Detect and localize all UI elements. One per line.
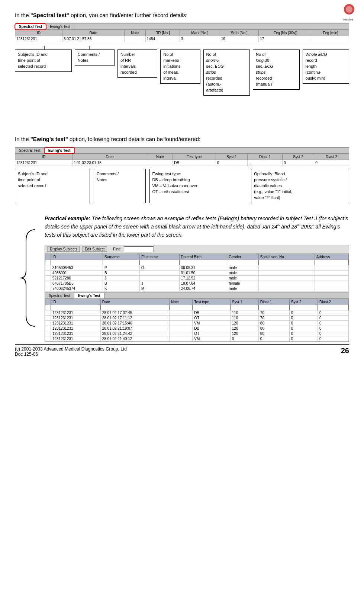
th-arrow (45, 254, 51, 260)
td-mark: 3 (180, 36, 220, 42)
logo: heartline (338, 4, 357, 22)
spectral-table-wrapper: Spectral Test Ewing's Test ID Date Note … (15, 23, 349, 42)
th-note: Note (124, 30, 145, 36)
footer-page-number: 26 (341, 346, 349, 357)
svg-point-1 (346, 6, 352, 13)
practical-label: Practical example: (45, 215, 90, 221)
table-row[interactable]: 4988001 B 01.01.50 male (45, 270, 349, 275)
anno-ewing-notes: Comments /Notes (94, 169, 146, 203)
th-firstname: Firstname (139, 254, 179, 260)
edit-subject-button[interactable]: Edit Subject (82, 246, 107, 252)
etd-type: DB (173, 160, 216, 166)
subjects-tbody: ▶ 1231231231 Test J 23.04.62 male 123123… (45, 260, 349, 291)
th-sub-id: ID (51, 254, 103, 260)
footer-left: (c) 2001-2003 Advanced Medical Diagnosti… (15, 346, 127, 357)
ewing-data-table: ID Date Note Test type Syst.1 Diast.1 Sy… (15, 154, 349, 166)
th-dob: Date of Birth (179, 254, 227, 260)
etd-date: 4.01.02 23:01:15 (72, 160, 147, 166)
eth-note: Note (147, 154, 173, 160)
spectral-tab-active[interactable]: Spectral Test (15, 24, 46, 29)
th-gender: Gender (227, 254, 258, 260)
anno-short-ecg: No ofshort 6-sec. ECGstripsrecorded(auto… (203, 49, 250, 96)
anno-ewing-testtype: Ewing test type: DB – deep breathing VM … (149, 169, 248, 203)
anno-subject-id: Subject's ID andtime point ofselected re… (15, 49, 72, 72)
table-row[interactable]: 3105005453 P O 06.05.31 male (45, 265, 349, 270)
sub-tabs: Spectral Test Ewing's Test (45, 292, 349, 299)
etd-id: 1231231231 (15, 160, 73, 166)
find-label: Find: (113, 247, 121, 251)
spectral-title: In the "Spectral test" option, you can f… (15, 11, 349, 19)
anno-whole-ecg: Whole ECGrecordlength(continu-ously; min… (303, 49, 349, 84)
table-row[interactable]: 1231231231 28.01.02 21:19:07 DB 120 80 0… (45, 326, 349, 331)
table-row[interactable]: 74006245374 K M 24.06.74 male (45, 286, 349, 291)
spectral-section: In the "Spectral test" option, you can f… (15, 11, 349, 120)
ewing-anno-row: Subject's ID andtime point ofselected re… (15, 169, 349, 203)
table-row[interactable]: ▶ 1231231231 Test J 23.04.62 male 123123 (45, 260, 349, 265)
anno-markers: No ofmarkers/initiationsof meas.interval (160, 49, 200, 84)
table-row[interactable]: 1231231231 28.01.02 17:07:45 DB 110 70 0… (45, 310, 349, 315)
screenshot: Display Subjects Edit Subject Find: ID S… (45, 245, 349, 342)
footer-docnum: Doc 125-06 (15, 352, 127, 357)
find-input[interactable] (124, 246, 154, 252)
th-ecgmin: Ecg [min] (312, 30, 349, 36)
ewing-section: In the "Ewing's test" option, following … (15, 135, 349, 203)
eth-date: Date (72, 154, 147, 160)
spectral-title-bold: "Spectral test" (30, 12, 69, 18)
ewing-title: In the "Ewing's test" option, following … (15, 135, 349, 143)
bracket-svg (19, 226, 41, 330)
practical-text-area: Practical example: The following screen … (45, 214, 349, 342)
etd-s1: 0 (216, 160, 247, 166)
table-row[interactable]: 1231231231 28.01.02 17:15:46 VM 120 80 0… (45, 320, 349, 326)
th-mark: Mark [No.] (180, 30, 220, 36)
th-rr: RR [No.] (145, 30, 180, 36)
anno-ewing-subj: Subject's ID andtime point ofselected re… (15, 169, 90, 203)
page: heartline In the "Spectral test" option,… (0, 0, 364, 364)
table-row[interactable]: 64671705B5 B J 18.07.64 female (45, 281, 349, 286)
ewing-tab-spectral[interactable]: Spectral Test (15, 148, 45, 153)
etd-note (147, 160, 173, 166)
eth-type: Test type (173, 154, 216, 160)
sub-tab-ewing[interactable]: Ewing's Test (74, 293, 104, 298)
practical-text: Practical example: The following screen … (45, 214, 349, 239)
ewing-sub-tbody: ▶ 1231231231 24.01.02 23:01:15 DB 0 0 0 … (45, 305, 349, 341)
screenshot-toolbar: Display Subjects Edit Subject Find: (45, 245, 349, 254)
th-address: Address (315, 254, 348, 260)
th-strip: Strip [No.] (220, 30, 258, 36)
etd-s2: 0 (282, 160, 314, 166)
td-ecgmin (312, 36, 349, 42)
eth-id: ID (15, 154, 73, 160)
spectral-data-table: ID Date Note RR [No.] Mark [No.] Strip [… (15, 30, 349, 42)
display-subjects-button[interactable]: Display Subjects (47, 246, 80, 252)
anno-long-ecg: No oflong 30-sec. ECGstripsrecorded(manu… (253, 49, 299, 90)
th-social: Social sec. No. (258, 254, 315, 260)
table-row[interactable]: 521217280 J 17.12.52 male (45, 275, 349, 281)
th-date: Date (62, 30, 125, 36)
table-row[interactable]: ▶ 1231231231 24.01.02 23:01:15 DB 0 0 0 … (45, 305, 349, 310)
sub-tab-spectral[interactable]: Spectral Test (45, 293, 74, 298)
th-surname: Surname (103, 254, 140, 260)
table-row[interactable]: 1231231231 28.01.02 21:24:42 OT 120 80 0… (45, 331, 349, 336)
anno-comments: Comments /Notes (75, 49, 115, 66)
th-id: ID (15, 30, 62, 36)
table-row[interactable]: 1231231231 28.01.02 21:40:12 VM 0 0 0 0 (45, 336, 349, 341)
ewing-title-bold: "Ewing's test" (30, 136, 68, 142)
bracket-area (15, 214, 45, 342)
etd-d2: 0 (314, 160, 349, 166)
td-note (124, 36, 145, 42)
td-ecg30: 17 (259, 36, 312, 42)
anno-ewing-bp: Optionally: Blood pressure systolic / di… (251, 169, 349, 203)
practical-section: Practical example: The following screen … (15, 214, 349, 342)
table-row[interactable]: 1231231231 28.01.02 17:11:12 OT 110 70 0… (45, 315, 349, 320)
subjects-table: ID Surname Firstname Date of Birth Gende… (45, 254, 349, 291)
footer: (c) 2001-2003 Advanced Medical Diagnosti… (15, 344, 349, 357)
th-ecg30: Ecg [No.(30s)] (259, 30, 312, 36)
footer-copyright: (c) 2001-2003 Advanced Medical Diagnosti… (15, 346, 127, 352)
etd-d1: ... (248, 160, 283, 166)
ewing-sub-table: ID Date Note Test type Syst.1 Diast.1 Sy… (45, 299, 349, 342)
ewing-tab-ewing-active[interactable]: Ewing's Test (45, 148, 75, 153)
spectral-tab-ewing[interactable]: Ewing's Test (46, 24, 74, 29)
eth-syst2: Syst.2 (282, 154, 314, 160)
td-date: 6.07.01 21:57:36 (62, 36, 125, 42)
td-id: 1231231231 (15, 36, 62, 42)
eth-diast1: Diast.1 (248, 154, 283, 160)
